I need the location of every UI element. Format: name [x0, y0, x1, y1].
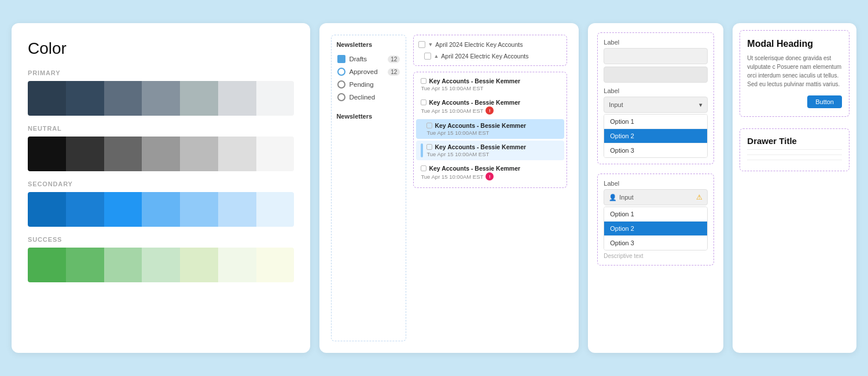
email-sub: Tue Apr 15 10:00AM EST ! — [421, 172, 560, 180]
email-checkbox[interactable] — [421, 78, 426, 84]
dropdown-options-1: Option 1 Option 2 Option 3 — [604, 114, 708, 158]
modal-button[interactable]: Button — [807, 95, 842, 108]
dropdown-section-1: Label Label Input ▾ Option 1 Option 2 Op… — [597, 32, 714, 164]
email-checkbox[interactable] — [421, 99, 426, 105]
email-checkbox[interactable] — [421, 165, 426, 171]
swatch — [218, 81, 256, 116]
email-title: Key Accounts - Bessie Kemmer — [429, 99, 520, 106]
select-box-1[interactable]: Input ▾ — [604, 97, 708, 113]
tree-box: ▼ April 2024 Electric Key Accounts ▲ Apr… — [413, 35, 567, 66]
user-icon: 👤 — [609, 194, 617, 201]
dropdown-options-2: Option 1 Option 2 Option 3 — [604, 207, 708, 250]
light-bar — [421, 143, 423, 157]
approved-icon — [337, 68, 345, 76]
tree-item-expanded[interactable]: ▲ April 2024 Electric Key Accounts — [417, 50, 563, 62]
neutral-section: NEUTRAL — [28, 125, 294, 171]
swatch — [142, 248, 180, 282]
dropdown-section-2: Label 👤 Input ⚠ Option 1 Option 2 Option… — [597, 174, 714, 266]
input-box-1[interactable] — [604, 48, 708, 64]
tree-item-collapsed[interactable]: ▼ April 2024 Electric Key Accounts — [417, 39, 563, 50]
swatch — [28, 137, 66, 171]
drawer-title: Drawer Title — [747, 136, 842, 146]
email-item[interactable]: Key Accounts - Bessie Kemmer Tue Apr 15 … — [416, 96, 564, 117]
tree-item-label: April 2024 Electric Key Accounts — [435, 41, 523, 48]
dd-option[interactable]: Option 3 — [604, 143, 707, 157]
email-list-box: Key Accounts - Bessie Kemmer Tue Apr 15 … — [413, 72, 567, 188]
email-sub: Tue Apr 15 10:00AM EST — [421, 85, 560, 91]
dd-option-selected[interactable]: Option 2 — [604, 222, 707, 236]
tree-checkbox[interactable] — [424, 53, 431, 60]
swatch — [104, 81, 142, 116]
email-title: Key Accounts - Bessie Kemmer — [435, 143, 526, 150]
modal-footer: Button — [747, 95, 842, 108]
swatch — [142, 192, 180, 227]
dd-option[interactable]: Option 3 — [604, 236, 707, 250]
swatch — [104, 137, 142, 171]
drawer-divider — [747, 149, 842, 150]
dd-option[interactable]: Option 1 — [604, 115, 707, 129]
email-list-section: ▼ April 2024 Electric Key Accounts ▲ Apr… — [413, 35, 567, 341]
color-card: Color PRIMARY NEUTRAL SECONDARY — [12, 23, 310, 353]
dd-option[interactable]: Option 1 — [604, 207, 707, 222]
input-with-icons[interactable]: 👤 Input ⚠ — [604, 189, 708, 205]
drawer-divider — [747, 160, 842, 160]
secondary-section: SECONDARY — [28, 180, 294, 227]
input-box-2[interactable] — [604, 67, 708, 83]
email-sub: Tue Apr 15 10:00AM EST ! — [421, 106, 560, 115]
swatch — [218, 248, 256, 282]
email-item[interactable]: Key Accounts - Bessie Kemmer Tue Apr 15 … — [416, 75, 564, 94]
swatch — [218, 137, 256, 171]
email-item[interactable]: Key Accounts - Bessie Kemmer Tue Apr 15 … — [416, 162, 564, 183]
newsletters-title: Newsletters — [336, 41, 401, 48]
dropdown-card: Label Label Input ▾ Option 1 Option 2 Op… — [588, 23, 723, 353]
email-sub: Tue Apr 15 10:00AM EST — [426, 151, 560, 157]
swatch — [180, 248, 218, 282]
drawer-section: Drawer Title — [740, 128, 849, 171]
select-placeholder: Input — [609, 101, 623, 108]
input-text: Input — [619, 194, 694, 201]
swatch — [256, 137, 295, 171]
chevron-down-icon: ▾ — [699, 101, 703, 109]
sidebar-item-pending[interactable]: Pending — [336, 78, 401, 91]
declined-label: Declined — [349, 94, 375, 101]
descriptive-text: Descriptive text — [604, 253, 708, 259]
swatch — [28, 81, 66, 116]
email-sub: Tue Apr 15 10:00AM EST — [426, 130, 560, 136]
tree-item-label: April 2024 Electric Key Accounts — [441, 53, 528, 60]
modal-body-text: Ut scelerisque donec gravida est vulputa… — [747, 54, 842, 89]
sidebar-item-declined[interactable]: Declined — [336, 91, 401, 104]
chevron-down-icon: ▼ — [428, 42, 433, 47]
swatch — [256, 192, 295, 227]
declined-icon — [337, 93, 345, 101]
swatch — [28, 248, 66, 282]
primary-section: PRIMARY — [28, 69, 294, 116]
swatch — [142, 137, 180, 171]
email-checkbox[interactable] — [426, 144, 432, 150]
swatch — [66, 192, 104, 227]
modal-heading: Modal Heading — [747, 39, 842, 49]
color-card-title: Color — [28, 39, 294, 58]
dd-option-selected[interactable]: Option 2 — [604, 129, 707, 143]
success-swatches — [28, 248, 294, 282]
chevron-up-icon: ▲ — [433, 53, 439, 59]
field-label-1: Label — [604, 39, 708, 46]
swatch — [180, 137, 218, 171]
drafts-label: Drafts — [349, 56, 367, 62]
main-panel: Newsletters Drafts 12 Approved 12 Pendin… — [319, 23, 579, 353]
pending-icon — [337, 80, 345, 89]
email-checkbox[interactable] — [426, 123, 432, 128]
modal-drawer-card: Modal Heading Ut scelerisque donec gravi… — [733, 23, 856, 353]
newsletters-title2: Newsletters — [336, 113, 401, 120]
newsletters-sidebar: Newsletters Drafts 12 Approved 12 Pendin… — [331, 35, 406, 341]
email-item-selected[interactable]: Key Accounts - Bessie Kemmer Tue Apr 15 … — [416, 119, 564, 139]
sidebar-item-drafts[interactable]: Drafts 12 — [336, 53, 401, 65]
field-label-1b: Label — [604, 87, 708, 94]
status-dot-red: ! — [486, 106, 494, 115]
sidebar-item-approved[interactable]: Approved 12 — [336, 65, 401, 78]
neutral-label: NEUTRAL — [28, 125, 294, 132]
field-label-2: Label — [604, 180, 708, 187]
email-item[interactable]: Key Accounts - Bessie Kemmer Tue Apr 15 … — [416, 141, 564, 160]
tree-checkbox[interactable] — [418, 41, 425, 48]
swatch — [180, 192, 218, 227]
secondary-swatches — [28, 192, 294, 227]
